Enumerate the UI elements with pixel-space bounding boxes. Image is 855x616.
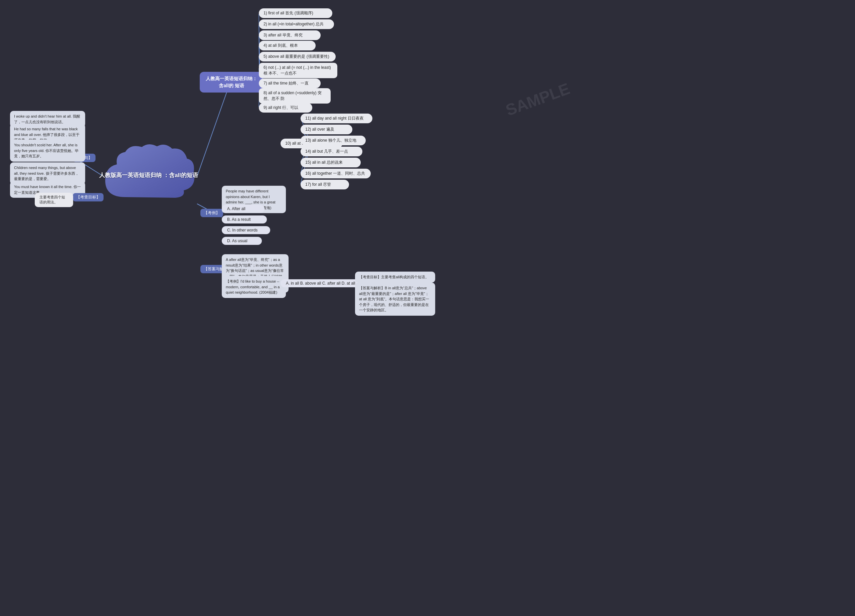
watermark: SAMPLE — [503, 79, 572, 119]
main-title-node: 人教高一英语短语归纳：含all的 短语 — [200, 72, 263, 92]
phrase-node-5: 5) above all 最重要的是 (强调重要性) — [259, 52, 336, 61]
phrase-node-13: 13) all alone 独个儿、独立地 — [300, 136, 366, 145]
phrase-node-15: 15) all in all 总的说来 — [300, 158, 361, 167]
phrase-node-6: 6) not (...) at all (= not (...) in the … — [259, 63, 337, 78]
exam-goal-text: 主要考查四个短语的用法。 — [35, 193, 73, 207]
phrase-node-8: 8) all of a sudden (=suddenly) 突然、忽不 防 — [259, 88, 331, 104]
phrase-node-17: 17) for all 尽管 — [300, 180, 349, 189]
exam-case-bracket-label: 【考例】 — [201, 209, 223, 217]
phrase-node-12: 12) all over 遍及 — [300, 125, 352, 134]
option-a[interactable]: A. After all — [222, 205, 265, 213]
svg-line-0 — [197, 84, 230, 176]
phrase-node-9: 9) all right 行、可以 — [259, 103, 312, 113]
phrase-node-7: 7) all the time 始终、一直 — [259, 78, 320, 88]
phrase-node-16: 16) all together 一道、同时、总共 — [300, 169, 371, 178]
exam2-options[interactable]: A. in all B. above all C. after all D. a… — [280, 279, 362, 287]
exam2-question-box: 【考例】I'd like to buy a house -- modern, c… — [222, 276, 286, 298]
exam-goal-2-text: 【考查目标】主要考查all构成的四个短语。 — [355, 271, 435, 283]
phrase-node-4: 4) at all 到底、根本 — [259, 41, 316, 51]
phrase-node-2: 2) in all (=in total=altogether) 总共 — [259, 19, 334, 29]
example-box-4: Children need many things, but above all… — [10, 162, 85, 184]
exam-goal-bracket-label: 【考查目标】 — [73, 193, 104, 201]
option-c[interactable]: C. In other words — [222, 226, 270, 234]
phrase-node-1: 1) first of all 首先 (强调顺序) — [259, 8, 332, 18]
phrase-node-14: 14) all but 几乎、差一点 — [300, 147, 362, 156]
cloud-center-text: 人教版高一英语短语归纳 ：含all的短语 — [98, 140, 199, 210]
answer2-text: 【答案与解析】B in all意为"总共"；above all意为"最重要的是"… — [355, 283, 435, 316]
example-box-3: You shouldn't scold her. After all, she … — [10, 139, 85, 162]
phrase-node-3: 3) after all 毕竟、终究 — [259, 31, 320, 40]
option-d[interactable]: D. As usual — [222, 237, 262, 245]
option-b[interactable]: B. As a result — [222, 216, 267, 224]
phrase-node-11: 11) all day and all night 日日夜夜 — [300, 113, 372, 123]
